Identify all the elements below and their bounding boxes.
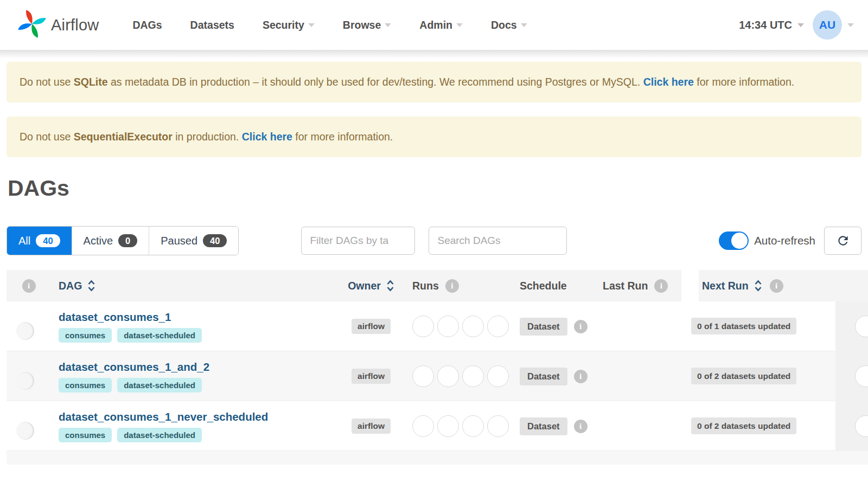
auto-refresh-toggle[interactable] bbox=[719, 231, 749, 250]
nav-item-admin[interactable]: Admin bbox=[419, 19, 463, 31]
header-dag: DAG bbox=[51, 270, 335, 301]
run-status-circle[interactable] bbox=[437, 316, 459, 337]
run-status-circle[interactable] bbox=[462, 365, 484, 387]
executor-warning-link[interactable]: Click here bbox=[242, 131, 292, 143]
auto-refresh-label: Auto-refresh bbox=[754, 234, 815, 247]
owner-badge: airflow bbox=[352, 319, 391, 334]
nav-item-browse[interactable]: Browse bbox=[343, 19, 391, 31]
header-runs: Runs i bbox=[407, 270, 515, 301]
dag-search-input[interactable] bbox=[429, 227, 567, 255]
filter-tab-all[interactable]: All 40 bbox=[7, 227, 72, 255]
dag-tag[interactable]: dataset-scheduled bbox=[117, 378, 202, 393]
run-status-circle[interactable] bbox=[412, 415, 434, 437]
chevron-down-icon bbox=[308, 23, 315, 27]
dag-cell: dataset_consumes_1_never_scheduled consu… bbox=[51, 410, 335, 442]
run-status-circle[interactable] bbox=[412, 316, 434, 337]
sort-arrows-icon[interactable] bbox=[386, 280, 394, 292]
table-row-partial bbox=[7, 451, 868, 465]
paused-count-badge: 40 bbox=[203, 234, 227, 248]
tag-filter-input[interactable] bbox=[301, 227, 415, 255]
run-status-circle[interactable] bbox=[437, 415, 459, 437]
dag-link[interactable]: dataset_consumes_1_never_scheduled bbox=[59, 410, 335, 423]
table-header-row: i DAG Owner Runs i Schedule Last Run i bbox=[7, 270, 868, 301]
schedule-badge[interactable]: Dataset bbox=[520, 417, 567, 435]
header-extra bbox=[835, 270, 868, 301]
active-count-badge: 0 bbox=[118, 234, 137, 248]
recent-tasks-cell bbox=[835, 351, 868, 401]
sqlite-warning-link[interactable]: Click here bbox=[643, 76, 694, 88]
chevron-down-icon bbox=[847, 23, 854, 27]
header-next-run: Next Run i bbox=[681, 270, 835, 301]
table-row: dataset_consumes_1 consumes dataset-sche… bbox=[7, 301, 868, 351]
sort-dag[interactable]: DAG bbox=[59, 280, 82, 292]
run-status-circle[interactable] bbox=[855, 316, 868, 337]
pause-toggle-cell bbox=[7, 421, 51, 431]
dag-cell: dataset_consumes_1_and_2 consumes datase… bbox=[51, 361, 335, 393]
nav-item-docs[interactable]: Docs bbox=[491, 19, 527, 31]
dags-table: i DAG Owner Runs i Schedule Last Run i bbox=[7, 270, 868, 465]
dag-tag[interactable]: dataset-scheduled bbox=[117, 328, 202, 343]
header-schedule: Schedule bbox=[515, 270, 599, 301]
run-status-circle[interactable] bbox=[462, 316, 484, 337]
nav-item-security[interactable]: Security bbox=[263, 19, 315, 31]
sort-next-run[interactable]: Next Run bbox=[702, 280, 749, 292]
sort-owner[interactable]: Owner bbox=[348, 280, 381, 292]
nav-item-datasets[interactable]: Datasets bbox=[190, 19, 234, 31]
filter-tab-paused[interactable]: Paused 40 bbox=[149, 227, 238, 255]
next-run-badge: 0 of 2 datasets updated bbox=[691, 368, 796, 384]
navbar: Airflow DAGs Datasets Security Browse Ad… bbox=[0, 0, 868, 50]
dag-filter-controls: All 40 Active 0 Paused 40 Auto-refresh bbox=[7, 226, 861, 255]
executor-warning-banner: Do not use SequentialExecutor in product… bbox=[7, 117, 861, 157]
navbar-right: 14:34 UTC AU bbox=[739, 10, 854, 40]
schedule-badge[interactable]: Dataset bbox=[520, 318, 567, 336]
owner-badge: airflow bbox=[352, 369, 391, 384]
header-owner: Owner bbox=[335, 270, 407, 301]
dag-link[interactable]: dataset_consumes_1 bbox=[59, 311, 335, 324]
run-status-circle[interactable] bbox=[487, 365, 509, 387]
dag-cell: dataset_consumes_1 consumes dataset-sche… bbox=[51, 311, 335, 343]
header-info-cell: i bbox=[7, 270, 51, 301]
run-status-circle[interactable] bbox=[487, 316, 509, 337]
run-status-circle[interactable] bbox=[855, 415, 868, 437]
run-status-circle[interactable] bbox=[855, 365, 868, 387]
dag-tag[interactable]: consumes bbox=[59, 328, 112, 343]
avatar: AU bbox=[813, 10, 842, 40]
dag-tag[interactable]: dataset-scheduled bbox=[117, 428, 202, 442]
dag-tag[interactable]: consumes bbox=[59, 428, 112, 442]
user-menu[interactable]: AU bbox=[813, 10, 854, 40]
chevron-down-icon bbox=[797, 23, 804, 27]
sort-arrows-icon[interactable] bbox=[87, 280, 95, 292]
table-row: dataset_consumes_1_and_2 consumes datase… bbox=[7, 351, 868, 401]
info-icon[interactable]: i bbox=[574, 370, 588, 383]
info-icon[interactable]: i bbox=[445, 279, 459, 293]
schedule-badge[interactable]: Dataset bbox=[520, 368, 567, 385]
refresh-icon bbox=[836, 234, 850, 248]
info-icon[interactable]: i bbox=[574, 420, 588, 433]
timezone-selector[interactable]: 14:34 UTC bbox=[739, 19, 804, 31]
run-status-circle[interactable] bbox=[487, 415, 509, 437]
info-icon[interactable]: i bbox=[574, 320, 588, 333]
info-icon[interactable]: i bbox=[22, 279, 36, 293]
recent-tasks-cell bbox=[835, 301, 868, 351]
run-status-circle[interactable] bbox=[462, 415, 484, 437]
sort-arrows-icon[interactable] bbox=[754, 280, 762, 292]
dag-link[interactable]: dataset_consumes_1_and_2 bbox=[59, 361, 335, 374]
dag-tag[interactable]: consumes bbox=[59, 378, 112, 393]
chevron-down-icon bbox=[385, 23, 391, 27]
pause-toggle-cell bbox=[7, 321, 51, 331]
info-icon[interactable]: i bbox=[654, 279, 668, 293]
pause-toggle-cell bbox=[7, 371, 51, 381]
owner-badge: airflow bbox=[352, 419, 391, 434]
status-filter-group: All 40 Active 0 Paused 40 bbox=[7, 226, 239, 255]
run-status-circle[interactable] bbox=[412, 365, 434, 387]
nav-item-dags[interactable]: DAGs bbox=[132, 19, 162, 31]
info-icon[interactable]: i bbox=[770, 279, 783, 293]
run-status-circle[interactable] bbox=[437, 365, 459, 387]
airflow-logo-icon bbox=[16, 8, 48, 42]
filter-tab-active[interactable]: Active 0 bbox=[72, 227, 149, 255]
airflow-brand[interactable]: Airflow bbox=[16, 8, 99, 42]
main-nav: DAGs Datasets Security Browse Admin Docs bbox=[132, 19, 527, 31]
refresh-button[interactable] bbox=[824, 227, 861, 255]
next-run-badge: 0 of 1 datasets updated bbox=[691, 318, 796, 334]
chevron-down-icon bbox=[521, 23, 527, 27]
